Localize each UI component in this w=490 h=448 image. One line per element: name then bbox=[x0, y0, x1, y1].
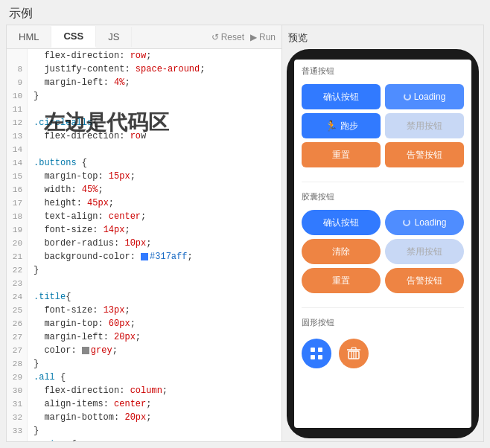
app-container: 示例 HML CSS JS ↺ Reset ▶ Run bbox=[0, 0, 490, 448]
confirm-button-1[interactable]: 确认按钮 bbox=[302, 84, 381, 109]
reset-icon: ↺ bbox=[211, 32, 219, 42]
code-line: 28 } bbox=[7, 357, 281, 371]
code-panel: HML CSS JS ↺ Reset ▶ Run bbox=[7, 25, 282, 441]
code-line: 16 width: 45%; bbox=[7, 183, 281, 196]
code-line: 10 } bbox=[7, 89, 281, 103]
phone-screen: 普通按钮 确认按钮 Loading 🏃跑步 bbox=[294, 60, 471, 428]
loading-button-1[interactable]: Loading bbox=[385, 84, 464, 109]
reset-button[interactable]: ↺ Reset bbox=[211, 32, 244, 42]
run-icon: ▶ bbox=[250, 32, 257, 42]
code-line: 18 text-align: center; bbox=[7, 210, 281, 223]
main-panel: HML CSS JS ↺ Reset ▶ Run bbox=[6, 25, 484, 442]
preview-title: 预览 bbox=[287, 28, 479, 49]
capsule-button-title: 胶囊按钮 bbox=[302, 191, 464, 202]
code-line: 31 align-items: center; bbox=[7, 397, 281, 411]
confirm-capsule-1[interactable]: 确认按钮 bbox=[302, 210, 381, 235]
code-line: 19 font-size: 14px; bbox=[7, 223, 281, 237]
code-line: 25 font-size: 13px; bbox=[7, 304, 281, 317]
tab-actions: ↺ Reset ▶ Run bbox=[211, 32, 281, 42]
code-line: 9 margin-left: 4%; bbox=[7, 76, 281, 89]
divider-2 bbox=[302, 307, 464, 308]
loading-spinner-1 bbox=[404, 93, 411, 100]
capsule-row-3: 重置 告警按钮 bbox=[302, 268, 464, 293]
capsule-row-1: 确认按钮 Loading bbox=[302, 210, 464, 235]
code-line: 13 flex-direction: row bbox=[7, 129, 281, 143]
run-person-icon: 🏃 bbox=[325, 120, 337, 132]
code-line: 17 height: 45px; bbox=[7, 196, 281, 210]
normal-button-title: 普通按钮 bbox=[302, 65, 464, 77]
code-line: 32 margin-bottom: 20px; bbox=[7, 411, 281, 424]
alert-capsule-1[interactable]: 告警按钮 bbox=[385, 268, 464, 293]
code-line: 20 border-radius: 10px; bbox=[7, 237, 281, 250]
tab-js[interactable]: JS bbox=[96, 27, 132, 47]
app-title: 示例 bbox=[0, 0, 490, 25]
code-line: 14 bbox=[7, 143, 281, 156]
code-line: 30 flex-direction: column; bbox=[7, 384, 281, 397]
code-line: 8 justify-content: space-around; bbox=[7, 63, 281, 76]
tab-hml[interactable]: HML bbox=[7, 27, 51, 47]
tab-css[interactable]: CSS bbox=[51, 26, 96, 48]
code-line: 12 .circlealls{ bbox=[7, 116, 281, 129]
run-btn-1[interactable]: 🏃跑步 bbox=[302, 113, 381, 138]
code-line: 15 margin-top: 15px; bbox=[7, 170, 281, 183]
loading-capsule-1[interactable]: Loading bbox=[385, 210, 464, 235]
svg-rect-0 bbox=[311, 348, 315, 352]
delete-icon bbox=[346, 346, 361, 361]
phone-mockup: 普通按钮 确认按钮 Loading 🏃跑步 bbox=[287, 49, 479, 438]
circle-button-title: 圆形按钮 bbox=[302, 317, 464, 328]
code-line: 22 } bbox=[7, 263, 281, 277]
reset-btn-1[interactable]: 重置 bbox=[302, 142, 381, 167]
disabled-button-1: 禁用按钮 bbox=[385, 113, 464, 138]
code-line: 29 .all { bbox=[7, 371, 281, 384]
code-line: 27 margin-left: 20px; bbox=[7, 330, 281, 344]
code-line: 21 background-color: #317aff; bbox=[7, 250, 281, 263]
code-line: 26 margin-top: 60px; bbox=[7, 317, 281, 330]
code-line: 11 bbox=[7, 103, 281, 116]
code-editor[interactable]: flex-direction: row; 8 justify-content: … bbox=[7, 49, 281, 441]
normal-button-section: 确认按钮 Loading 🏃跑步 禁用按钮 bbox=[302, 84, 464, 171]
grid-icon bbox=[309, 346, 324, 361]
circle-grid-button[interactable] bbox=[302, 339, 331, 368]
code-lines: flex-direction: row; 8 justify-content: … bbox=[7, 49, 281, 441]
btn-row-3: 重置 告警按钮 bbox=[302, 142, 464, 167]
svg-rect-2 bbox=[311, 355, 315, 359]
alert-btn-1[interactable]: 告警按钮 bbox=[385, 142, 464, 167]
disabled-capsule-1: 禁用按钮 bbox=[385, 239, 464, 264]
divider-1 bbox=[302, 182, 464, 182]
svg-rect-1 bbox=[318, 348, 322, 352]
code-line: flex-direction: row; bbox=[7, 49, 281, 63]
circle-delete-button[interactable] bbox=[339, 339, 369, 368]
capsule-button-section: 确认按钮 Loading 清除 禁用按钮 重置 告警按钮 bbox=[302, 210, 464, 297]
btn-row-2: 🏃跑步 禁用按钮 bbox=[302, 113, 464, 138]
preview-panel: 预览 普通按钮 确认按钮 Loading bbox=[282, 25, 483, 441]
svg-rect-3 bbox=[318, 355, 322, 359]
code-line: 27 color: grey; bbox=[7, 344, 281, 357]
code-line: 24 .title{ bbox=[7, 290, 281, 304]
loading-spinner-2 bbox=[403, 219, 410, 226]
clear-capsule-1[interactable]: 清除 bbox=[302, 239, 381, 264]
code-line: 14 .buttons { bbox=[7, 156, 281, 170]
capsule-row-2: 清除 禁用按钮 bbox=[302, 239, 464, 264]
tab-bar: HML CSS JS ↺ Reset ▶ Run bbox=[7, 25, 281, 49]
code-line: 34 .oriage{ bbox=[7, 438, 281, 441]
reset-capsule-1[interactable]: 重置 bbox=[302, 268, 381, 293]
btn-row-1: 确认按钮 Loading bbox=[302, 84, 464, 109]
code-line: 33 } bbox=[7, 424, 281, 438]
run-button[interactable]: ▶ Run bbox=[250, 32, 276, 42]
circle-btn-row bbox=[302, 336, 464, 371]
code-line: 23 bbox=[7, 277, 281, 290]
